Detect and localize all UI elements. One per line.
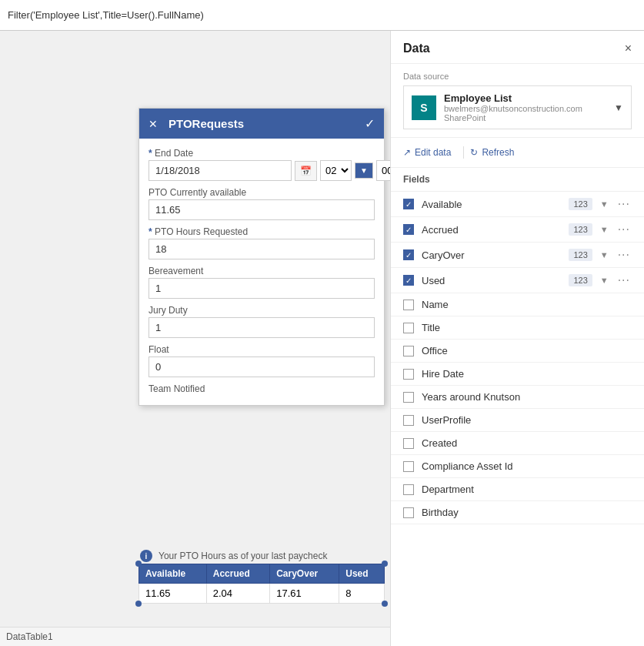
field-name-years-knutson: Years around Knutson — [422, 391, 632, 403]
form-title: PTORequests — [169, 117, 244, 130]
cell-used: 8 — [339, 584, 385, 604]
pto-hours-field: PTO Hours Requested — [148, 226, 375, 259]
team-notified-field: Team Notified — [148, 383, 375, 396]
handle-br[interactable] — [382, 601, 388, 607]
jury-duty-input[interactable] — [148, 317, 375, 338]
field-checkbox-name[interactable] — [403, 300, 414, 310]
float-field: Float — [148, 344, 375, 377]
cell-caryover: 17.61 — [270, 584, 339, 604]
field-more-accrued[interactable]: ··· — [616, 223, 632, 236]
field-name-caryover: CaryOver — [422, 249, 561, 261]
field-item-birthday: Birthday — [391, 501, 644, 524]
sharepoint-letter: S — [420, 102, 427, 114]
field-item-years-knutson: Years around Knutson — [391, 386, 644, 409]
field-checkbox-department[interactable] — [403, 484, 414, 495]
handle-tr[interactable] — [382, 561, 388, 567]
cell-accrued: 2.04 — [206, 584, 269, 604]
field-name-department: Department — [422, 484, 632, 495]
field-type-caryover: 123 — [569, 249, 592, 261]
sharepoint-icon: S — [412, 95, 436, 120]
field-name-birthday: Birthday — [422, 507, 632, 518]
float-input[interactable] — [148, 356, 375, 377]
pto-table-title: Your PTO Hours as of your last paycheck — [158, 551, 327, 561]
field-type-chevron-caryover[interactable]: ▼ — [600, 250, 609, 259]
col-available: Available — [139, 564, 207, 584]
handle-bl[interactable] — [135, 601, 142, 607]
field-checkbox-userprofile[interactable] — [403, 415, 414, 426]
data-panel-title: Data — [403, 42, 430, 55]
field-checkbox-birthday[interactable] — [403, 507, 414, 518]
calendar-button[interactable]: 📅 — [295, 161, 317, 181]
col-used: Used — [339, 564, 385, 584]
hour-select[interactable]: 02 — [320, 160, 352, 181]
data-source-section: Data source S Employee List bwelmers@knu… — [391, 64, 644, 138]
pto-available-input[interactable] — [148, 199, 375, 220]
pto-hours-input[interactable] — [148, 239, 375, 259]
pto-table-section: i Your PTO Hours as of your last paychec… — [138, 550, 385, 604]
field-checkbox-available[interactable] — [403, 199, 414, 209]
field-checkbox-years-knutson[interactable] — [403, 392, 414, 403]
edit-data-button[interactable]: ↗ Edit data — [403, 144, 457, 161]
field-item-accrued: Accrued 123 ▼ ··· — [391, 217, 644, 243]
field-checkbox-created[interactable] — [403, 438, 414, 449]
data-panel: Data × Data source S Employee List bwelm… — [390, 31, 644, 646]
pto-table-header-row: Available Accrued CaryOver Used — [139, 564, 385, 584]
data-panel-close-button[interactable]: × — [625, 42, 632, 55]
field-item-department: Department — [391, 478, 644, 501]
fields-header: Fields — [391, 168, 644, 192]
field-checkbox-compliance-asset-id[interactable] — [403, 461, 414, 472]
form-header-left: ✕ PTORequests — [148, 117, 244, 130]
field-item-created: Created — [391, 432, 644, 455]
form-check-icon[interactable]: ✓ — [365, 116, 375, 131]
jury-duty-field: Jury Duty — [148, 305, 375, 338]
formula-text: Filter('Employee List',Title=User().Full… — [8, 9, 204, 21]
col-caryover: CaryOver — [270, 564, 339, 584]
field-item-available: Available 123 ▼ ··· — [391, 192, 644, 217]
field-checkbox-office[interactable] — [403, 346, 414, 356]
hour-down-arrow[interactable]: ▼ — [355, 162, 373, 179]
field-item-userprofile: UserProfile — [391, 409, 644, 432]
refresh-icon: ↻ — [470, 147, 478, 158]
canvas-area: ✕ PTORequests ✓ End Date 📅 02 ▼ 00 — [0, 31, 390, 627]
field-name-name: Name — [422, 299, 632, 310]
chevron-down-icon: ▼ — [614, 102, 623, 113]
field-type-chevron-accrued[interactable]: ▼ — [600, 225, 609, 234]
field-more-caryover[interactable]: ··· — [616, 248, 632, 262]
field-type-chevron-used[interactable]: ▼ — [600, 276, 609, 285]
pto-hours-label: PTO Hours Requested — [148, 226, 375, 237]
team-notified-label: Team Notified — [148, 383, 375, 394]
action-separator — [463, 146, 464, 159]
form-close-icon[interactable]: ✕ — [148, 118, 158, 130]
data-source-email: bwelmers@knutsonconstruction.com — [444, 104, 606, 113]
end-date-label: End Date — [148, 148, 375, 159]
col-accrued: Accrued — [206, 564, 269, 584]
bereavement-input[interactable] — [148, 278, 375, 299]
data-source-name: Employee List — [444, 92, 606, 104]
field-checkbox-title[interactable] — [403, 323, 414, 333]
refresh-label: Refresh — [482, 147, 514, 158]
refresh-button[interactable]: ↻ Refresh — [470, 144, 520, 161]
bereavement-label: Bereavement — [148, 266, 375, 276]
field-name-available: Available — [422, 199, 561, 210]
field-item-name: Name — [391, 293, 644, 316]
handle-tl[interactable] — [135, 561, 142, 567]
field-checkbox-hire-date[interactable] — [403, 369, 414, 380]
bereavement-field: Bereavement — [148, 266, 375, 299]
field-more-available[interactable]: ··· — [616, 197, 632, 211]
data-source-card[interactable]: S Employee List bwelmers@knutsonconstruc… — [403, 85, 632, 129]
field-checkbox-accrued[interactable] — [403, 224, 414, 235]
pto-table-wrapper: Available Accrued CaryOver Used 11.65 2.… — [138, 564, 385, 604]
field-type-used: 123 — [569, 274, 592, 286]
pto-table: Available Accrued CaryOver Used 11.65 2.… — [138, 564, 385, 604]
formula-bar: Filter('Employee List',Title=User().Full… — [0, 0, 644, 31]
field-type-chevron-available[interactable]: ▼ — [600, 199, 609, 209]
end-date-input[interactable] — [148, 160, 292, 181]
field-checkbox-used[interactable] — [403, 275, 414, 286]
form-panel: ✕ PTORequests ✓ End Date 📅 02 ▼ 00 — [138, 108, 385, 406]
field-checkbox-caryover[interactable] — [403, 249, 414, 260]
pto-available-label: PTO Currently available — [148, 187, 375, 198]
field-more-used[interactable]: ··· — [616, 273, 632, 287]
field-item-caryover: CaryOver 123 ▼ ··· — [391, 243, 644, 268]
field-name-used: Used — [422, 275, 561, 286]
pto-table-label: i Your PTO Hours as of your last paychec… — [138, 550, 385, 562]
